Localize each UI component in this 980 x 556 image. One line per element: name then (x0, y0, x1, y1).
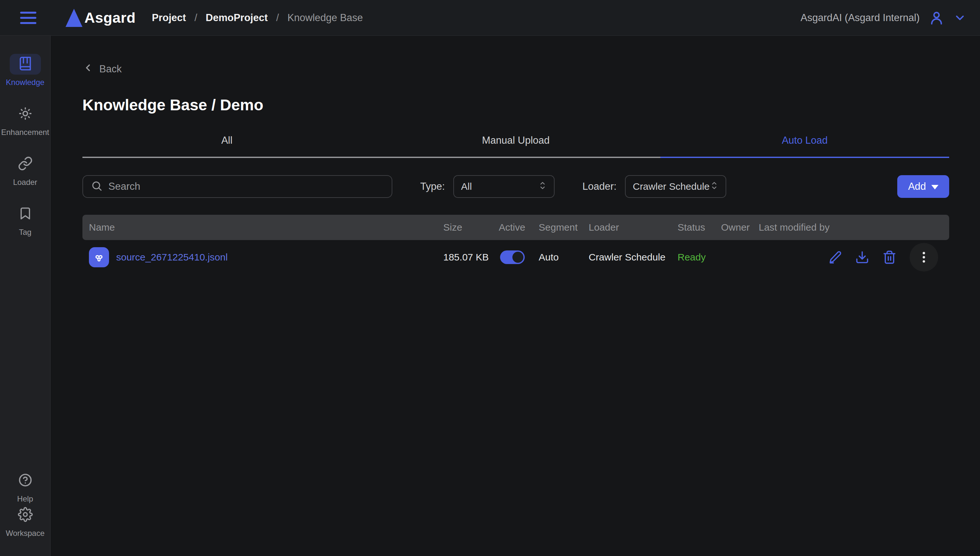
sidebar-item-loader[interactable]: Loader (0, 154, 50, 187)
back-button[interactable]: Back (82, 62, 122, 76)
table-row: source_2671225410.jsonl 185.07 KB Auto C… (82, 240, 949, 275)
sidebar: Knowledge Enhancement Loader (0, 36, 51, 556)
sidebar-item-help[interactable]: Help (0, 470, 50, 503)
account-label: AsgardAI (Asgard Internal) (800, 12, 920, 24)
search-icon (91, 180, 102, 193)
file-size: 185.07 KB (443, 252, 499, 263)
bookmark-icon (18, 206, 32, 222)
main-content: Back Knowledge Base / Demo All Manual Up… (51, 36, 980, 556)
back-label: Back (99, 63, 122, 75)
search-box[interactable] (82, 175, 392, 198)
more-options-icon[interactable] (910, 243, 938, 272)
breadcrumb-demo-project[interactable]: DemoProject (206, 12, 268, 24)
column-header-last-modified-by: Last modified by (759, 222, 949, 233)
type-select[interactable]: All (453, 175, 555, 198)
column-header-status: Status (678, 222, 721, 233)
tab-bar: All Manual Upload Auto Load (82, 135, 949, 158)
link-icon (18, 156, 33, 172)
file-name-link[interactable]: source_2671225410.jsonl (116, 252, 228, 263)
caret-down-icon (931, 185, 938, 189)
sidebar-item-enhancement[interactable]: Enhancement (0, 104, 50, 137)
chevron-left-icon (82, 62, 94, 76)
active-toggle[interactable] (500, 251, 525, 264)
column-header-name: Name (89, 222, 443, 233)
trash-icon[interactable] (882, 250, 897, 264)
tab-all[interactable]: All (82, 135, 371, 158)
breadcrumb-separator: / (194, 12, 197, 24)
edit-icon[interactable] (828, 250, 842, 264)
loader-select-value: Crawler Schedule (633, 181, 710, 192)
segment-value: Auto (539, 252, 589, 263)
breadcrumb-knowledge-base: Knowledge Base (288, 12, 363, 24)
sidebar-item-label: Tag (19, 228, 31, 237)
column-header-owner: Owner (721, 222, 759, 233)
breadcrumb: Project / DemoProject / Knowledge Base (152, 12, 363, 24)
up-down-chevron-icon (539, 181, 547, 193)
tab-auto-load[interactable]: Auto Load (660, 135, 949, 158)
book-icon (18, 56, 33, 72)
up-down-chevron-icon (710, 181, 718, 193)
loader-filter-label: Loader: (582, 181, 616, 192)
download-icon[interactable] (855, 250, 869, 264)
sidebar-item-label: Help (17, 495, 33, 503)
add-button[interactable]: Add (897, 175, 949, 198)
row-actions (759, 243, 949, 272)
sidebar-item-workspace[interactable]: Workspace (0, 505, 50, 538)
column-header-active: Active (499, 222, 539, 233)
type-filter-label: Type: (420, 181, 445, 192)
triangle-logo-icon (66, 9, 82, 27)
filter-row: Type: All Loader: Crawler Schedule Add (82, 175, 949, 198)
tab-manual-upload[interactable]: Manual Upload (371, 135, 660, 158)
user-icon[interactable] (928, 10, 945, 26)
status-badge: Ready (678, 252, 721, 263)
gear-icon (18, 507, 33, 523)
sidebar-item-label: Knowledge (6, 78, 44, 87)
page-title: Knowledge Base / Demo (82, 96, 949, 114)
type-select-value: All (461, 181, 472, 192)
column-header-loader: Loader (589, 222, 678, 233)
breadcrumb-project[interactable]: Project (152, 12, 186, 24)
search-input[interactable] (108, 181, 384, 192)
sun-icon (18, 106, 33, 122)
breadcrumb-separator: / (276, 12, 279, 24)
file-type-icon (89, 247, 109, 267)
topbar: Asgard Project / DemoProject / Knowledge… (0, 0, 980, 36)
toggle-knob (513, 252, 524, 263)
table-header: Name Size Active Segment Loader Status O… (82, 215, 949, 240)
help-circle-icon (18, 473, 33, 489)
column-header-size: Size (443, 222, 499, 233)
sidebar-item-label: Loader (13, 178, 37, 187)
sidebar-item-label: Workspace (6, 529, 45, 538)
loader-value: Crawler Schedule (589, 252, 678, 263)
brand-name: Asgard (84, 10, 136, 26)
column-header-segment: Segment (539, 222, 589, 233)
sidebar-item-tag[interactable]: Tag (0, 204, 50, 237)
chevron-down-icon[interactable] (953, 11, 966, 24)
sidebar-item-knowledge[interactable]: Knowledge (0, 54, 50, 87)
sidebar-item-label: Enhancement (1, 128, 49, 137)
brand-logo[interactable]: Asgard (45, 9, 136, 27)
loader-select[interactable]: Crawler Schedule (625, 175, 726, 198)
menu-icon[interactable] (20, 12, 36, 24)
add-button-label: Add (908, 181, 926, 192)
